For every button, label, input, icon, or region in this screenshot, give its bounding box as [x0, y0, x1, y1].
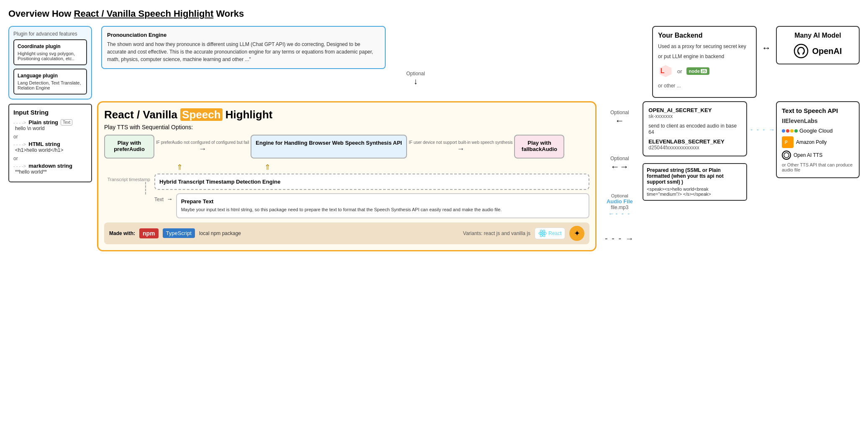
- api-keys-box: OPEN_AI_SECRET_KEY sk-xxxxxxx send to cl…: [643, 101, 747, 156]
- coordinate-plugin-box: Coordinate plugin Highlight using svg po…: [13, 39, 87, 65]
- optional-arrow-1: Optional ↓: [231, 71, 600, 86]
- optional-label-1: Optional: [406, 71, 425, 77]
- optional-audio-label: Optional: [611, 193, 628, 198]
- openai-key-title: OPEN_AI_SECRET_KEY: [648, 107, 741, 113]
- openai-tts-label: Open AI TTS: [794, 152, 822, 158]
- speech-highlight-area: React / Vanilla Speech Highlight Play TT…: [97, 101, 597, 251]
- prepare-row: Text → Prepare Text Maybe your input tex…: [154, 193, 589, 218]
- svg-text:P: P: [785, 140, 788, 145]
- dotted-arrow-tts: - - - →: [750, 126, 776, 133]
- svg-point-9: [784, 153, 789, 158]
- transcript-label: Transcript timestamp: [108, 177, 150, 182]
- react-badge: React: [535, 228, 565, 239]
- plugins-section-label: Plugin for advanced features: [13, 31, 87, 37]
- audio-file-label: Audio File: [607, 198, 633, 205]
- optional-mid-label: Optional: [610, 156, 629, 161]
- tts-api-box: Text to Speech API IIElevenLabs Google C…: [776, 101, 860, 178]
- openai-tts-icon: [782, 151, 791, 160]
- if-prefer-label: IF preferAudio not configured of configu…: [156, 140, 249, 145]
- elevenlabs-key-title: ELEVENLABS_SECRET_KEY: [648, 138, 741, 145]
- engine-box: Engine for Handling Browser Web Speech S…: [251, 135, 407, 159]
- down-arrow-1: ↓: [414, 77, 418, 86]
- markdown-string-example: **hello world**: [15, 169, 87, 175]
- other-tts-label: or Other TTS API that can produce audio …: [782, 162, 854, 172]
- google-cloud-provider: Google Cloud: [782, 128, 854, 134]
- prepared-string-title: Prepared string (SSML or Plain formatted…: [647, 167, 743, 185]
- engine-title: Engine for Handling Browser Web Speech S…: [256, 140, 402, 146]
- polly-icon: P: [782, 136, 794, 148]
- backend-ai-connector: ↔: [762, 26, 771, 54]
- plain-string-arrow: - - - ->: [13, 120, 26, 125]
- fallback-audio-box: Play withfallbackAudio: [514, 135, 564, 159]
- npm-badge: npm: [139, 228, 159, 238]
- hybrid-title: Hybrid Transcript Timestamp Detection En…: [159, 179, 280, 185]
- markdown-string-item: - - - -> markdown string **hello world**: [13, 163, 87, 175]
- speech-highlight-box: React / Vanilla Speech Highlight Play TT…: [97, 101, 597, 251]
- markdown-string-label: markdown string: [28, 163, 72, 169]
- ts-badge: TypeScript: [163, 228, 195, 238]
- google-dots: [782, 129, 798, 133]
- plain-string-badge: Text: [61, 119, 72, 125]
- prefer-audio-label: Play withpreferAudio: [109, 140, 149, 152]
- conn-prepared: - - - →: [597, 234, 643, 243]
- html-string-example: <h1>hello world</h1>: [15, 147, 87, 153]
- dot-yellow: [790, 129, 794, 133]
- amazon-polly-label: Amazon Polly: [796, 139, 827, 145]
- backend-or: or: [677, 68, 682, 74]
- transcript-arrows-row: ⇑ ⇑: [104, 163, 589, 172]
- npm-row: Made with: npm TypeScript local npm pack…: [104, 223, 589, 244]
- coordinate-plugin-desc: Highlight using svg polygon, Positioning…: [18, 51, 83, 61]
- backend-area: Your Backend Used as a proxy for securin…: [652, 26, 757, 98]
- md-arrow: - - - ->: [13, 164, 26, 169]
- main-layout: Plugin for advanced features Coordinate …: [8, 26, 860, 251]
- backend-other: or other ...: [658, 82, 751, 90]
- prefer-audio-box: Play withpreferAudio: [104, 135, 154, 159]
- dotted-arrow-right: - - - →: [605, 234, 635, 243]
- dot-green: [794, 129, 798, 133]
- elevenlabs-key-row: ELEVENLABS_SECRET_KEY d25044fxxxxxxxxxxx…: [648, 138, 741, 151]
- play-tts-label: Play TTS with Sequential Options:: [104, 124, 589, 130]
- connections-column: Optional ← Optional ←→ Optional Audio Fi…: [597, 101, 643, 243]
- openai-tts-provider: Open AI TTS: [782, 151, 854, 160]
- dot-red: [786, 129, 789, 133]
- arrow-prefer: →: [199, 145, 206, 153]
- language-plugin-title: Language plugin: [18, 73, 83, 79]
- openai-label: OpenAI: [812, 46, 842, 56]
- openai-logo: OpenAI: [782, 43, 854, 59]
- prepare-title: Prepare Text: [181, 198, 214, 205]
- up-arrow-2: ⇑: [264, 163, 271, 172]
- or-1: or: [13, 134, 87, 140]
- ai-model-box: Many AI Model OpenAI: [776, 26, 860, 64]
- plain-string-item: - - - -> Plain string Text hello \n worl…: [13, 119, 87, 131]
- if-user-label: IF user device not support built-in web …: [409, 140, 512, 145]
- react-icon: [538, 229, 547, 238]
- send-label: send to client as encoded audio in base …: [648, 123, 737, 135]
- ai-model-area: Many AI Model OpenAI: [776, 26, 860, 64]
- backend-logos: L or nodeJS: [658, 64, 751, 79]
- hybrid-prepare-area: Hybrid Transcript Timestamp Detection En…: [154, 174, 589, 218]
- input-string-box: Input String - - - -> Plain string Text …: [8, 104, 92, 182]
- conn-audio-file: Optional Audio File file.mp3 ←- - -: [597, 193, 643, 217]
- tts-api-title: Text to Speech API: [782, 107, 854, 114]
- audio-filename: file.mp3: [611, 205, 628, 210]
- send-label-row: send to client as encoded audio in base …: [648, 123, 741, 135]
- pronunciation-box: Pronounciation Engine The shown word and…: [101, 26, 386, 69]
- plugins-box: Plugin for advanced features Coordinate …: [8, 26, 92, 100]
- language-plugin-desc: Lang Detection, Text Translate, Relation…: [18, 80, 83, 90]
- conn-optional-1: Optional ←: [597, 110, 643, 126]
- arrow-left-2: ←→: [610, 161, 629, 172]
- arrow-user: →: [457, 145, 464, 153]
- node-logo: nodeJS: [686, 67, 709, 75]
- prepare-desc: Maybe your input text is html string, so…: [181, 206, 585, 213]
- npm-section-label: Made with:: [109, 230, 135, 236]
- laravel-logo: L: [658, 64, 673, 79]
- user-device-connector: IF user device not support built-in web …: [407, 135, 514, 159]
- bottom-section: Transcript timestamp Hybrid Transcript T…: [104, 174, 589, 218]
- dot-blue: [782, 129, 785, 133]
- svg-point-2: [794, 44, 808, 58]
- html-arrow: - - - ->: [13, 142, 26, 147]
- left-column: Plugin for advanced features Coordinate …: [8, 26, 92, 182]
- elevenlabs-provider: IIElevenLabs: [782, 118, 854, 124]
- variants-label: Variants: react js and vanilla js: [463, 230, 530, 236]
- openai-icon: [794, 43, 809, 59]
